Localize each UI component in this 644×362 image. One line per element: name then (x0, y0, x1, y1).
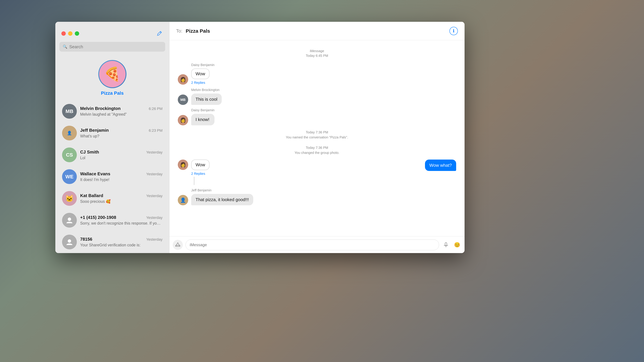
msg-avatar-daisy-3: 👩 (178, 160, 188, 170)
system-time-2: Today 7:36 PM (178, 145, 456, 150)
conv-top: 78156 Yesterday (80, 237, 162, 242)
conv-top: +1 (415) 200-1908 Yesterday (80, 215, 162, 220)
conv-preview: What's up? (80, 134, 161, 138)
replies-link-2[interactable]: 2 Replies (191, 172, 210, 176)
conv-content-phone: +1 (415) 200-1908 Yesterday Sorry, we do… (80, 215, 162, 226)
maximize-button[interactable] (75, 31, 79, 36)
conversations-list: 🍕 Pizza Pals MB Melvin Brockington 6:26 … (55, 55, 169, 253)
conv-time: Yesterday (146, 150, 162, 155)
chat-area: To: Pizza Pals ℹ iMessage Today 6:45 PM … (170, 22, 464, 253)
replies-link-1[interactable]: 2 Replies (191, 81, 214, 85)
conv-preview: Your ShareGrid verification code is: (80, 243, 161, 247)
avatar-initials: WE (66, 174, 74, 179)
conv-content-wallace: Wallace Evans Yesterday It does! I'm hyp… (80, 171, 162, 182)
conv-preview: Sooo precious 🥰 (80, 199, 161, 204)
wow-thread-column: Wow 2 Replies (191, 160, 210, 185)
avatar-phone (62, 213, 77, 228)
conversation-item-cj[interactable]: CS CJ Smith Yesterday Lol (57, 144, 168, 166)
sidebar: 🔍 🍕 Pizza Pals MB Melvi (55, 22, 170, 253)
avatar-initials: 👤 (67, 131, 72, 135)
avatar-jeff: 👤 (62, 126, 77, 140)
conv-name: Jeff Benjamin (80, 128, 109, 133)
messages-window: 🔍 🍕 Pizza Pals MB Melvi (55, 22, 464, 253)
system-time-1: Today 7:36 PM (178, 130, 456, 135)
conv-content-kat: Kat Ballard Yesterday Sooo precious 🥰 (80, 193, 162, 204)
compose-button[interactable] (156, 30, 163, 37)
conversation-item-wallace[interactable]: WE Wallace Evans Yesterday It does! I'm … (57, 166, 168, 187)
group-chat-item[interactable]: 🍕 Pizza Pals (55, 55, 169, 100)
conv-time: Yesterday (146, 216, 162, 220)
conv-preview: Sorry, we don't recognize this response.… (80, 221, 161, 226)
group-avatar-ring: 🍕 (98, 60, 126, 88)
message-row-jeff: 👤 Jeff Benjamin That pizza, it looked go… (178, 188, 456, 205)
time-label-1: iMessage Today 6:45 PM (178, 49, 456, 58)
wow-thread-section: 👩 Wow 2 Replies Wow what? (178, 160, 456, 185)
conversation-item-phone[interactable]: +1 (415) 200-1908 Yesterday Sorry, we do… (57, 210, 168, 231)
wow-bubble-wrapper-2: Wow (191, 160, 210, 170)
conv-name: 78156 (80, 237, 92, 242)
conv-content-cj: CJ Smith Yesterday Lol (80, 149, 162, 160)
info-button[interactable]: ℹ (450, 27, 458, 35)
system-text-2: You changed the group photo. (178, 150, 456, 155)
conv-name: Melvin Brockington (80, 106, 120, 111)
conversation-item-kat[interactable]: 🐱 Kat Ballard Yesterday Sooo precious 🥰 (57, 188, 168, 209)
message-input[interactable] (186, 240, 439, 250)
traffic-lights (62, 31, 79, 36)
conv-preview: Lol (80, 156, 161, 160)
msg-avatar-daisy-2: 👩 (178, 115, 188, 125)
conversation-item-jeff[interactable]: 👤 Jeff Benjamin 6:23 PM What's up? (57, 122, 168, 144)
msg-column-1: Daisy Benjamin Wow 2 Replies (191, 63, 214, 85)
bubble-this-is-cool: This is cool (191, 93, 222, 105)
search-icon: 🔍 (63, 44, 67, 49)
wow-bubble: Wow (191, 68, 210, 79)
search-bar[interactable]: 🔍 (59, 42, 165, 52)
conv-name: CJ Smith (80, 149, 99, 155)
wow-bubble-wrapper: Wow (191, 68, 214, 79)
conv-time: 6:23 PM (149, 128, 162, 133)
avatar-cj: CS (62, 147, 77, 162)
bubble-i-know: I know! (191, 114, 214, 125)
chat-group-name: Pizza Pals (186, 28, 446, 34)
bubble-pizza: That pizza, it looked good!!! (191, 194, 253, 205)
msg-avatar-melvin: MB (178, 94, 188, 105)
avatar-initials: MB (66, 108, 74, 114)
wow-bubble-2: Wow (191, 160, 210, 170)
conv-top: CJ Smith Yesterday (80, 149, 162, 155)
conv-time: Yesterday (146, 237, 162, 242)
chat-header: To: Pizza Pals ℹ (170, 22, 464, 40)
time-label-time: Today 6:45 PM (178, 53, 456, 58)
audio-button[interactable] (442, 241, 450, 249)
group-avatar: 🍕 (99, 61, 126, 87)
search-input[interactable] (69, 44, 162, 49)
msg-sender-jeff: Jeff Benjamin (191, 188, 253, 192)
avatar-kat: 🐱 (62, 191, 77, 206)
svg-point-0 (68, 218, 71, 221)
svg-point-1 (68, 239, 71, 243)
sidebar-header (55, 22, 169, 42)
minimize-button[interactable] (68, 31, 72, 36)
msg-avatar-jeff-2: 👤 (178, 195, 188, 205)
avatar-melvin: MB (62, 104, 77, 119)
app-store-button[interactable] (173, 240, 183, 250)
thread-line (194, 177, 194, 185)
chat-to-label: To: (176, 28, 182, 34)
group-name: Pizza Pals (101, 90, 124, 96)
conv-content-jeff: Jeff Benjamin 6:23 PM What's up? (80, 128, 162, 138)
msg-sender-melvin: Melvin Brockington (191, 88, 222, 92)
conv-preview: Melvin laughed at "Agreed" (80, 112, 161, 117)
conv-name: Wallace Evans (80, 171, 110, 176)
chat-input-area: 😊 (170, 236, 464, 253)
msg-column-3: Daisy Benjamin I know! (191, 108, 214, 125)
avatar-num (62, 235, 77, 249)
conversation-item-78156[interactable]: 78156 Yesterday Your ShareGrid verificat… (57, 231, 168, 253)
conv-top: Jeff Benjamin 6:23 PM (80, 128, 162, 133)
conversation-item-melvin[interactable]: MB Melvin Brockington 6:26 PM Melvin lau… (57, 100, 168, 122)
bubble-wow-what: Wow what? (425, 160, 456, 171)
conv-time: Yesterday (146, 194, 162, 198)
message-row-3: 👩 Daisy Benjamin I know! (178, 108, 456, 125)
time-label-imessage: iMessage (178, 49, 456, 53)
emoji-button[interactable]: 😊 (453, 241, 461, 249)
conv-name: +1 (415) 200-1908 (80, 215, 116, 220)
close-button[interactable] (62, 31, 66, 36)
avatar-initials: CS (66, 152, 73, 158)
